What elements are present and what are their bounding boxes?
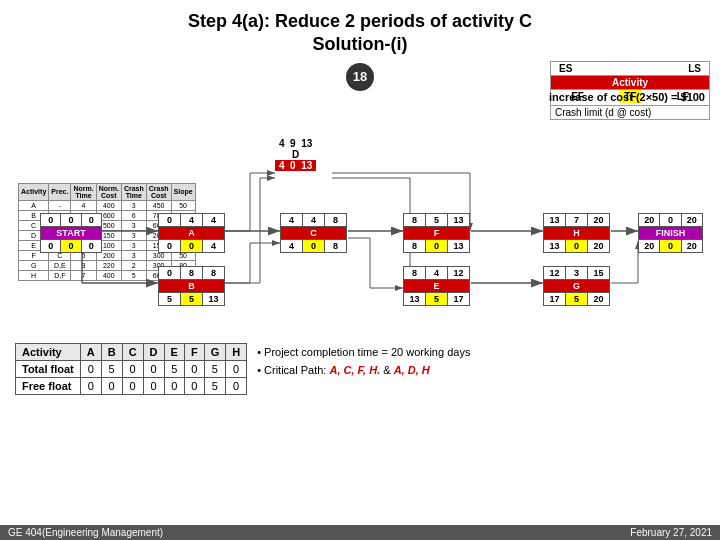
page-title: Step 4(a): Reduce 2 periods of activity … [0,0,720,61]
footer-right: February 27, 2021 [630,527,712,538]
node-A: 0 4 4 A 0 0 4 [158,213,225,253]
finish-node: 20 0 20 FINISH 20 0 20 [638,213,703,253]
start-node: 0 0 0 START 0 0 0 [40,213,102,253]
free-float-label: Free float [16,377,81,394]
d-crash-display: 4 9 13 D 4 0 13 [275,138,316,171]
footer-bar: GE 404(Engineering Management) February … [0,525,720,540]
node-G: 12 3 15 G 17 5 20 [543,266,610,306]
node-B: 0 8 8 B 5 5 13 [158,266,225,306]
node-E: 8 4 12 E 13 5 17 [403,266,470,306]
node-F: 8 5 13 F 8 0 13 [403,213,470,253]
node-C: 4 4 8 C 4 0 8 [280,213,347,253]
footer-left: GE 404(Engineering Management) [8,527,163,538]
node-H: 13 7 20 H 13 0 20 [543,213,610,253]
